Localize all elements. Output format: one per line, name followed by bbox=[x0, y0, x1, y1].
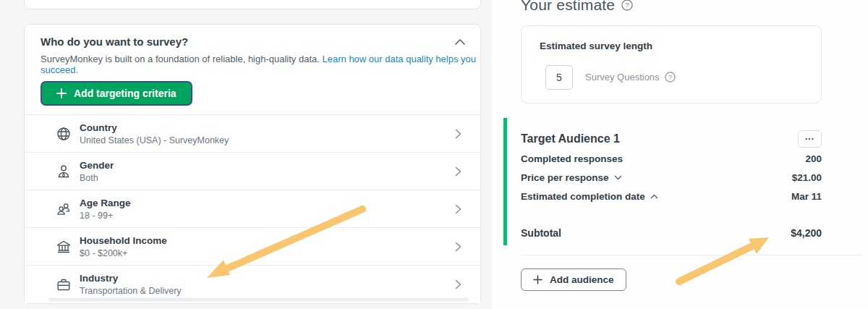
globe-icon bbox=[56, 127, 72, 141]
criteria-value: United States (USA) - SurveyMonkey bbox=[80, 135, 455, 146]
criteria-row-country[interactable]: Country United States (USA) - SurveyMonk… bbox=[25, 115, 480, 153]
completion-date-value: Mar 11 bbox=[791, 191, 822, 202]
briefcase-icon bbox=[56, 278, 72, 292]
chevron-right-icon bbox=[455, 279, 461, 289]
collapse-section-button[interactable] bbox=[454, 38, 466, 46]
target-audience-header: Target Audience 1 ... bbox=[521, 130, 822, 148]
panel-divider bbox=[521, 255, 863, 255]
estimate-panel-title: Your estimate ? bbox=[521, 0, 633, 14]
estimate-panel: Your estimate ? Estimated survey length … bbox=[492, 0, 868, 309]
criteria-value: $0 - $200k+ bbox=[80, 247, 455, 259]
add-targeting-criteria-button[interactable]: Add targeting criteria bbox=[41, 81, 192, 106]
targeting-card-title: Who do you want to survey? bbox=[41, 35, 188, 48]
chevron-right-icon bbox=[455, 129, 461, 139]
help-icon[interactable]: ? bbox=[621, 0, 633, 11]
criteria-row-gender[interactable]: Gender Both bbox=[25, 153, 480, 190]
svg-text:?: ? bbox=[668, 74, 672, 81]
plus-icon bbox=[56, 88, 67, 98]
subtotal-row: Subtotal $4,200 bbox=[521, 227, 822, 239]
survey-length-card: Estimated survey length Survey Questions… bbox=[521, 25, 822, 103]
description-text: SurveyMonkey is built on a foundation of… bbox=[41, 54, 320, 64]
criteria-row-age-range[interactable]: Age Range 18 - 99+ bbox=[25, 190, 480, 228]
plus-icon bbox=[533, 275, 542, 284]
criteria-title: Country bbox=[80, 122, 455, 134]
targeting-card-description: SurveyMonkey is built on a foundation of… bbox=[41, 54, 480, 75]
list-scroll-shadow bbox=[48, 298, 469, 302]
price-per-response-row: Price per response $21.00 bbox=[521, 172, 822, 183]
targeting-card: Who do you want to survey? SurveyMonkey … bbox=[24, 24, 481, 304]
chevron-right-icon bbox=[455, 204, 461, 214]
completion-date-label: Estimated completion date bbox=[521, 191, 645, 202]
help-icon[interactable]: ? bbox=[665, 72, 676, 82]
criteria-row-household-income[interactable]: Household Income $0 - $200k+ bbox=[25, 228, 480, 266]
completed-responses-row: Completed responses 200 bbox=[521, 153, 822, 164]
survey-questions-input[interactable] bbox=[545, 65, 573, 90]
bank-icon bbox=[56, 240, 72, 254]
criteria-title: Age Range bbox=[80, 197, 455, 209]
add-audience-button[interactable]: Add audience bbox=[521, 268, 626, 291]
chevron-up-icon bbox=[454, 38, 466, 46]
subtotal-label: Subtotal bbox=[521, 227, 561, 239]
chevron-down-icon[interactable] bbox=[614, 175, 622, 180]
survey-questions-label: Survey Questions ? bbox=[585, 72, 676, 82]
criteria-title: Industry bbox=[80, 272, 455, 284]
targeting-card-header: Who do you want to survey? bbox=[41, 35, 466, 48]
survey-questions-label-text: Survey Questions bbox=[585, 72, 660, 82]
criteria-list: Country United States (USA) - SurveyMonk… bbox=[25, 114, 480, 303]
criteria-title: Household Income bbox=[80, 234, 455, 247]
criteria-value: Both bbox=[80, 172, 455, 184]
chevron-right-icon bbox=[455, 166, 461, 177]
estimate-title-text: Your estimate bbox=[521, 0, 615, 14]
criteria-title: Gender bbox=[80, 159, 455, 172]
criteria-value: Transportation & Delivery bbox=[80, 285, 455, 297]
add-audience-label: Add audience bbox=[550, 274, 614, 285]
audience-accent-bar bbox=[503, 118, 507, 245]
ellipsis-icon: ... bbox=[805, 132, 814, 142]
subtotal-value: $4,200 bbox=[791, 227, 822, 239]
chevron-up-icon[interactable] bbox=[650, 194, 658, 199]
survey-length-title: Estimated survey length bbox=[540, 41, 652, 51]
svg-text:?: ? bbox=[625, 1, 629, 9]
completed-responses-label: Completed responses bbox=[521, 153, 623, 164]
audience-menu-button[interactable]: ... bbox=[798, 130, 822, 148]
completion-date-row: Estimated completion date Mar 11 bbox=[521, 191, 822, 202]
people-icon bbox=[56, 202, 72, 216]
price-per-response-value: $21.00 bbox=[792, 172, 822, 183]
criteria-value: 18 - 99+ bbox=[80, 210, 455, 221]
add-targeting-criteria-label: Add targeting criteria bbox=[74, 88, 176, 99]
chevron-right-icon bbox=[455, 242, 461, 252]
price-per-response-label: Price per response bbox=[521, 172, 609, 183]
previous-card-partial bbox=[24, 0, 481, 9]
completed-responses-value: 200 bbox=[805, 153, 822, 164]
target-audience-title: Target Audience 1 bbox=[521, 132, 620, 145]
person-icon bbox=[56, 164, 72, 179]
